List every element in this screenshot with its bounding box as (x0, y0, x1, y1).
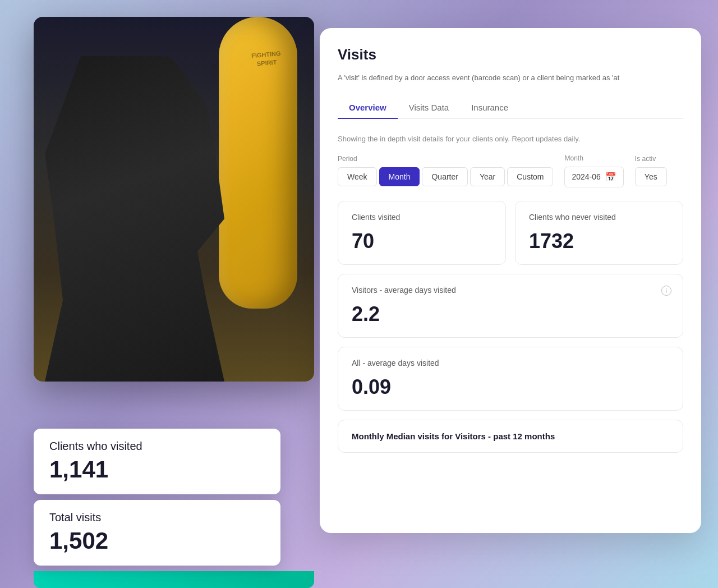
month-value: 2024-06 (572, 172, 600, 181)
clients-never-visited-box: Clients who never visited 1732 (515, 201, 683, 265)
tab-visits-data[interactable]: Visits Data (398, 97, 460, 119)
all-avg-days-box: All - average days visited 0.09 (338, 347, 683, 411)
monthly-median-title: Monthly Median visits for Visitors - pas… (352, 431, 669, 441)
visitors-avg-days-box: i Visitors - average days visited 2.2 (338, 274, 683, 338)
month-filter-group: Month 2024-06 📅 (564, 154, 623, 187)
visitors-avg-days-label: Visitors - average days visited (352, 286, 669, 295)
period-btn-custom[interactable]: Custom (507, 167, 553, 186)
period-btn-month[interactable]: Month (379, 167, 420, 186)
clients-never-visited-box-value: 1732 (529, 229, 669, 253)
total-visits-value: 1,502 (49, 527, 265, 554)
visitors-avg-days-value: 2.2 (352, 302, 669, 326)
calendar-icon: 📅 (605, 172, 616, 182)
is-active-label: Is activ (635, 155, 667, 163)
panel-title: Visits (338, 46, 683, 63)
stats-cards-container: Clients who visited 1,141 Total visits 1… (34, 429, 280, 571)
is-active-value[interactable]: Yes (635, 167, 667, 186)
clients-visited-box-label: Clients visited (352, 213, 492, 222)
month-input[interactable]: 2024-06 📅 (564, 167, 623, 187)
teal-accent-bar (34, 571, 314, 588)
clients-visited-value: 1,141 (49, 456, 265, 483)
main-panel: Visits A 'visit' is defined by a door ac… (320, 28, 701, 533)
panel-description: A 'visit' is defined by a door access ev… (338, 72, 683, 84)
info-text: Showing the in depth visit details for y… (338, 135, 683, 143)
clients-visited-box: Clients visited 70 (338, 201, 506, 265)
clients-visited-card: Clients who visited 1,141 (34, 429, 280, 494)
period-filter-group: Period Week Month Quarter Year Custom (338, 155, 553, 186)
month-label: Month (564, 154, 623, 162)
monthly-median-section: Monthly Median visits for Visitors - pas… (338, 420, 683, 453)
is-active-filter-group: Is activ Yes (635, 155, 667, 186)
tab-insurance[interactable]: Insurance (460, 97, 519, 119)
filter-row: Period Week Month Quarter Year Custom Mo… (338, 154, 683, 187)
info-icon[interactable]: i (661, 286, 671, 296)
hero-photo: FightingSpirit (34, 17, 314, 382)
all-avg-days-value: 0.09 (352, 375, 669, 399)
total-visits-card: Total visits 1,502 (34, 500, 280, 566)
clients-never-visited-box-label: Clients who never visited (529, 213, 669, 222)
period-btn-week[interactable]: Week (338, 167, 377, 186)
all-avg-days-label: All - average days visited (352, 359, 669, 368)
tab-bar: Overview Visits Data Insurance (338, 97, 683, 119)
period-btn-year[interactable]: Year (470, 167, 505, 186)
clients-visited-label: Clients who visited (49, 440, 265, 453)
clients-visited-box-value: 70 (352, 229, 492, 253)
period-buttons: Week Month Quarter Year Custom (338, 167, 553, 186)
total-visits-label: Total visits (49, 511, 265, 524)
period-btn-quarter[interactable]: Quarter (422, 167, 467, 186)
period-label: Period (338, 155, 553, 163)
stats-grid: Clients visited 70 Clients who never vis… (338, 201, 683, 265)
tab-overview[interactable]: Overview (338, 97, 398, 119)
